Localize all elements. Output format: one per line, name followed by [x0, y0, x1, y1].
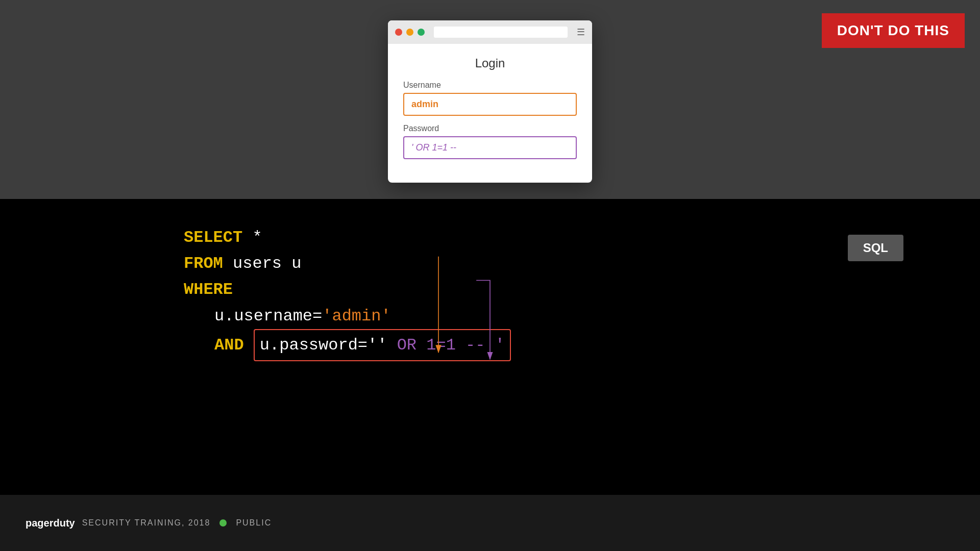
username-label: Username — [403, 81, 577, 90]
sql-line-5: AND u.password='' OR 1=1 -- ' — [184, 329, 980, 361]
username-clause: u.username= — [214, 307, 322, 325]
select-rest: * — [252, 228, 262, 247]
sql-line-1: SELECT * — [184, 224, 980, 251]
username-input[interactable] — [403, 93, 577, 116]
password-input[interactable] — [403, 136, 577, 159]
from-keyword: FROM — [184, 254, 223, 273]
or-injection: OR 1=1 -- ' — [397, 336, 505, 355]
password-clause-text: u.password='' — [260, 336, 387, 355]
top-section: DON'T DO THIS ☰ Login Username Password — [0, 0, 980, 199]
footer-logo: pagerduty SECURITY TRAINING, 2018 PUBLIC — [26, 517, 272, 529]
browser-menu-icon[interactable]: ☰ — [577, 27, 585, 38]
sql-code-block: SELECT * FROM users u WHERE u.username='… — [0, 199, 980, 361]
username-value: 'admin' — [322, 307, 390, 325]
and-keyword: AND — [214, 336, 254, 355]
sql-line-4: u.username='admin' — [184, 303, 980, 329]
footer-sub-text: SECURITY TRAINING, 2018 — [82, 518, 211, 528]
password-label: Password — [403, 124, 577, 133]
password-group: Password — [403, 124, 577, 159]
bottom-section: SQL SELECT * FROM users u WHERE u.userna… — [0, 199, 980, 495]
footer-dot — [219, 519, 227, 527]
footer-public-label: PUBLIC — [236, 518, 272, 528]
where-keyword: WHERE — [184, 280, 233, 299]
password-clause-box: u.password='' OR 1=1 -- ' — [254, 329, 511, 361]
browser-window: ☰ Login Username Password — [388, 20, 592, 183]
footer: pagerduty SECURITY TRAINING, 2018 PUBLIC — [0, 495, 980, 551]
traffic-light-green[interactable] — [418, 29, 425, 36]
traffic-light-yellow[interactable] — [406, 29, 413, 36]
username-group: Username — [403, 81, 577, 116]
sql-line-2: FROM users u — [184, 251, 980, 277]
footer-brand: pagerduty — [26, 517, 75, 529]
traffic-light-red[interactable] — [395, 29, 402, 36]
dont-do-this-button[interactable]: DON'T DO THIS — [822, 13, 965, 48]
footer-brand-text: pagerduty — [26, 517, 75, 529]
browser-titlebar: ☰ — [388, 20, 592, 44]
browser-content: Login Username Password — [388, 44, 592, 183]
from-rest: users u — [233, 254, 301, 273]
select-keyword: SELECT — [184, 228, 242, 247]
login-title: Login — [403, 56, 577, 70]
sql-code: SELECT * FROM users u WHERE u.username='… — [184, 224, 980, 361]
sql-line-3: WHERE — [184, 277, 980, 303]
browser-url-bar[interactable] — [434, 27, 568, 38]
